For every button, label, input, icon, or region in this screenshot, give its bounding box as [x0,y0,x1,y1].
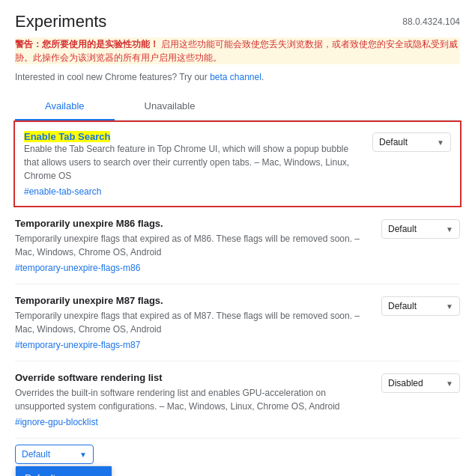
experiment-content: Enable Tab Search Enable the Tab Search … [24,131,365,197]
bottom-select-btn[interactable]: Default ▼ [15,445,94,464]
bottom-chevron-icon: ▼ [79,451,87,459]
warning-bold: 警告：您所要使用的是实验性功能！ [15,39,159,49]
chevron-icon-2: ▼ [446,302,453,311]
experiment-link-2[interactable]: #temporary-unexpire-flags-m87 [15,340,140,350]
select-wrapper-0: Default ▼ [372,132,451,152]
bottom-row: Default ▼ Default Enabled Disabled [15,445,460,464]
experiment-title-1: Temporarily unexpire M86 flags. [15,218,374,229]
experiment-item-enable-tab-search: Enable Tab Search Enable the Tab Search … [13,120,462,207]
tab-available[interactable]: Available [15,93,115,120]
select-btn-2[interactable]: Default ▼ [381,296,460,316]
experiment-desc-2: Temporarily unexpire flags that expired … [15,309,374,336]
select-btn-3[interactable]: Disabled ▼ [381,373,460,393]
experiment-link-1[interactable]: #temporary-unexpire-flags-m86 [15,263,140,273]
experiment-item-m86: Temporarily unexpire M86 flags. Temporar… [15,207,460,284]
experiment-item-m87: Temporarily unexpire M87 flags. Temporar… [15,284,460,361]
select-wrapper-2: Default ▼ [381,296,460,316]
bottom-select-value: Default [22,449,50,460]
experiment-list: Enable Tab Search Enable the Tab Search … [15,120,460,439]
experiment-desc-1: Temporarily unexpire flags that expired … [15,232,374,259]
experiment-link-0[interactable]: #enable-tab-search [24,186,101,197]
experiment-content-2: Temporarily unexpire M87 flags. Temporar… [15,295,374,350]
chevron-icon-1: ▼ [446,225,453,234]
select-value-1: Default [388,224,417,234]
experiment-title-3: Override software rendering list [15,372,374,383]
warning-box: 警告：您所要使用的是实验性功能！ 启用这些功能可能会致使您丢失浏览数据，或者致使… [15,37,460,64]
experiment-desc-0: Enable the Tab Search feature in Top Chr… [24,142,365,183]
experiment-desc-3: Overrides the built-in software renderin… [15,386,374,413]
experiment-title-highlighted: Enable Tab Search [24,131,365,142]
select-btn-0[interactable]: Default ▼ [372,132,451,152]
dropdown-item-default[interactable]: Default [16,466,112,476]
bottom-select-wrapper: Default ▼ Default Enabled Disabled [15,445,94,464]
select-wrapper-3: Disabled ▼ [381,373,460,393]
page-title: Experiments [15,12,106,31]
beta-channel-link[interactable]: beta channel [210,72,261,82]
experiment-item-gpu: Override software rendering list Overrid… [15,361,460,439]
experiment-title-2: Temporarily unexpire M87 flags. [15,295,374,306]
version-text: 88.0.4324.104 [402,16,460,27]
experiment-title: Enable Tab Search [24,131,110,142]
select-value-3: Disabled [388,378,423,388]
beta-text: Interested in cool new Chrome features? … [15,72,460,82]
tab-unavailable[interactable]: Unavailable [115,93,226,120]
page-container: Experiments 88.0.4324.104 警告：您所要使用的是实验性功… [0,0,475,439]
experiment-link-3[interactable]: #ignore-gpu-blocklist [15,417,98,427]
header-row: Experiments 88.0.4324.104 [15,12,460,31]
select-value-2: Default [388,301,417,311]
tabs-row: Available Unavailable [15,93,460,120]
bottom-area: Default ▼ Default Enabled Disabled [0,445,475,476]
select-wrapper-1: Default ▼ [381,219,460,239]
chevron-icon-3: ▼ [446,379,453,388]
dropdown-menu: Default Enabled Disabled [15,466,112,476]
chevron-icon-0: ▼ [437,138,444,147]
experiment-content-3: Override software rendering list Overrid… [15,372,374,427]
experiment-content-1: Temporarily unexpire M86 flags. Temporar… [15,218,374,273]
select-btn-1[interactable]: Default ▼ [381,219,460,239]
select-value-0: Default [379,137,408,147]
